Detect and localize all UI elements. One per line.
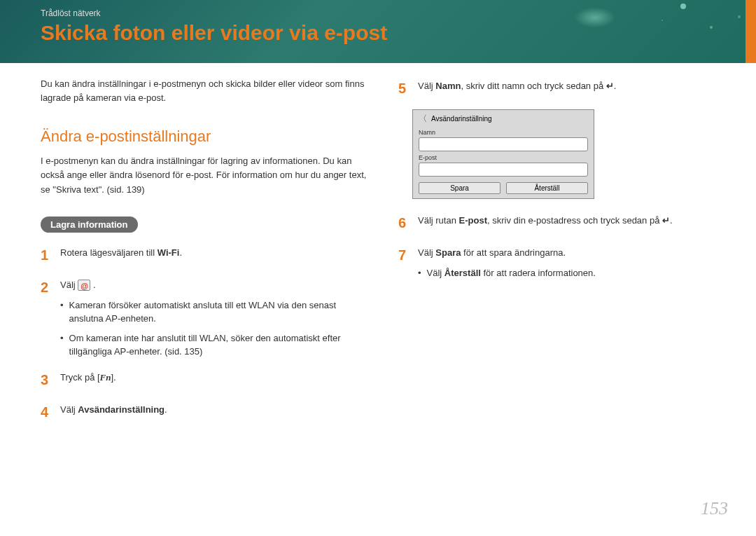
device-screenshot: 〈 Avsändarinställning Namn E-post Spara … bbox=[412, 109, 594, 199]
wifi-icon: Wi-Fi bbox=[158, 247, 180, 258]
section-description: I e-postmenyn kan du ändra inställningar… bbox=[41, 154, 370, 196]
step-text: Välj Avsändarinställning. bbox=[60, 401, 370, 423]
step-text: Välj . Kameran försöker automatiskt ansl… bbox=[60, 276, 370, 359]
info-badge: Lagra information bbox=[41, 217, 138, 233]
email-icon bbox=[78, 280, 90, 291]
step-4: 4 Välj Avsändarinställning. bbox=[41, 401, 370, 423]
device-save-button: Spara bbox=[419, 182, 500, 194]
step-number: 7 bbox=[398, 244, 408, 280]
step-text: Rotera lägesväljaren till Wi-Fi. bbox=[60, 244, 370, 266]
step-1: 1 Rotera lägesväljaren till Wi-Fi. bbox=[41, 244, 370, 266]
subheading: Ändra e-postinställningar bbox=[41, 128, 370, 146]
step-number: 2 bbox=[41, 276, 50, 359]
breadcrumb: Trådlöst nätverk bbox=[41, 8, 101, 18]
device-reset-button: Återställ bbox=[506, 182, 588, 194]
content-area: Du kan ändra inställningar i e-postmenyn… bbox=[41, 77, 728, 433]
bullet: Kameran försöker automatiskt ansluta til… bbox=[60, 298, 370, 326]
left-column: Du kan ändra inställningar i e-postmenyn… bbox=[41, 77, 370, 433]
step-number: 3 bbox=[41, 369, 50, 391]
step-number: 1 bbox=[41, 244, 50, 266]
step-6: 6 Välj rutan E-post, skriv din e-postadr… bbox=[398, 212, 728, 234]
side-tab bbox=[746, 0, 756, 63]
step-number: 4 bbox=[41, 401, 50, 423]
back-icon: 〈 bbox=[419, 113, 427, 125]
step-3: 3 Tryck på [Fn]. bbox=[41, 369, 370, 391]
page-title: Skicka foton eller videor via e-post bbox=[41, 21, 387, 45]
device-input-name bbox=[419, 137, 588, 151]
step-number: 6 bbox=[398, 212, 408, 234]
step-7: 7 Välj Spara för att spara ändringarna. … bbox=[398, 244, 728, 280]
device-label-email: E-post bbox=[419, 154, 588, 161]
fn-icon: Fn bbox=[100, 372, 111, 383]
step-text: Välj Spara för att spara ändringarna. Vä… bbox=[418, 244, 728, 280]
step-text: Tryck på [Fn]. bbox=[60, 369, 370, 391]
device-header: 〈 Avsändarinställning bbox=[413, 110, 594, 128]
step-5: 5 Välj Namn, skriv ditt namn och tryck s… bbox=[398, 77, 728, 99]
bullet: Välj Återställ för att radera informatio… bbox=[418, 266, 728, 280]
intro-text: Du kan ändra inställningar i e-postmenyn… bbox=[41, 77, 370, 105]
step-text: Välj rutan E-post, skriv din e-postadres… bbox=[418, 212, 728, 234]
device-label-name: Namn bbox=[419, 129, 588, 136]
step-2: 2 Välj . Kameran försöker automatiskt an… bbox=[41, 276, 370, 359]
bullet: Om kameran inte har anslutit till WLAN, … bbox=[60, 331, 370, 359]
enter-icon: ↵ bbox=[606, 81, 614, 91]
page-number: 153 bbox=[701, 498, 728, 519]
step-number: 5 bbox=[398, 77, 408, 99]
device-input-email bbox=[419, 163, 588, 177]
right-column: 5 Välj Namn, skriv ditt namn och tryck s… bbox=[398, 77, 728, 433]
enter-icon: ↵ bbox=[662, 215, 670, 226]
step-text: Välj Namn, skriv ditt namn och tryck sed… bbox=[418, 77, 728, 99]
device-title: Avsändarinställning bbox=[431, 115, 492, 123]
